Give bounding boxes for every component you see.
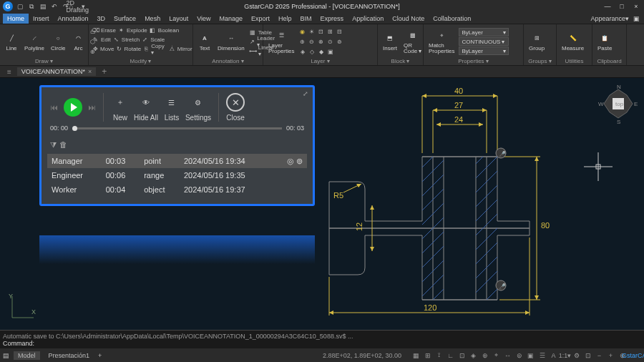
svg-text:🎤: 🎤 [499,283,506,290]
document-tab[interactable]: VOICEANNOTATION*× [17,67,96,76]
lists-button[interactable]: ☰Lists [162,93,181,122]
doc-tabs-menu-icon[interactable]: ≡ [4,68,14,76]
svg-text:E: E [634,101,638,107]
list-row[interactable]: Worker00:04object2024/05/16 19:37 [47,182,307,197]
tab-express[interactable]: Express [316,14,348,24]
tab-application[interactable]: Application [348,14,388,24]
new-annotation-button[interactable]: ＋New [111,93,130,122]
svg-text:80: 80 [541,221,550,230]
tab-layout[interactable]: Layout [165,14,192,24]
list-row[interactable]: Manager00:03point2024/05/16 19:34◎ ⊚ [47,154,307,168]
qrcode-button[interactable]: ▩QR Code ▾ [401,29,424,55]
expand-icon[interactable]: ⤢ [303,90,308,97]
svg-text:S: S [617,119,620,125]
workspace-dropdown[interactable]: ⌂ 2D Drafting ▾ [73,2,82,11]
tab-annotation[interactable]: Annotation [54,14,93,24]
layout-tab[interactable]: Presentación1 [44,351,94,360]
tab-export[interactable]: Export [247,14,274,24]
new-icon[interactable]: ▢ [16,2,24,11]
add-tab-button[interactable]: + [99,67,107,77]
polyline-button[interactable]: ⟋Polyline [22,31,47,52]
svg-text:120: 120 [424,303,436,312]
app-logo: G [3,1,13,11]
cursor-crosshair [584,152,613,181]
tab-surface[interactable]: Surface [109,14,140,24]
maximize-button[interactable]: □ [617,3,627,10]
panel-properties-label: Properties ▾ [426,57,520,65]
circle-button[interactable]: ○Circle [49,31,67,52]
prev-track-icon[interactable]: ⏮ [50,103,58,112]
command-history: Automatic save to C:\Users\Administrator… [3,333,641,340]
title-bar: G ▢ ⧉ ▤ ↶ ↷ ⌂ 2D Drafting ▾ GstarCAD 202… [0,0,644,13]
tab-bim[interactable]: BIM [296,14,316,24]
insert-block-button[interactable]: ⬒Insert [381,31,399,52]
appearance-dropdown[interactable]: Appearance▾ [590,15,629,22]
hide-all-button[interactable]: 👁Hide All [134,93,158,122]
tab-cloudnote[interactable]: Cloud Note [388,14,429,24]
coordinates-display: 2.88E+02, 1.89E+02, 30.00 [323,352,401,359]
play-button[interactable] [64,98,82,117]
panel-clipboard-label: Clipboard [595,57,623,65]
edit-icon[interactable]: ✎ [92,36,99,44]
drawing-canvas[interactable]: 40 27 24 80 12 120 R5 🎤 🎤 top N S [0,78,644,330]
add-layout-icon[interactable]: + [98,352,102,359]
panel-group-label: Groups ▾ [527,57,553,65]
move-icon[interactable]: ✥ [92,45,99,53]
panel-layer: ☰Layer Properties ◉☀⊡⊞⊟ ⊕⊖⊗⊙⊚ ◈◇◆▣ Layer… [263,24,378,65]
time-end: 00: 03 [286,124,304,132]
close-button[interactable]: × [631,3,641,10]
svg-line-27 [487,289,497,300]
layer-properties-button[interactable]: ☰Layer Properties [266,29,296,55]
tab-home[interactable]: Home [3,14,29,24]
tab-insert[interactable]: Insert [29,14,54,24]
time-start: 00: 00 [50,124,68,132]
open-icon[interactable]: ⧉ [27,2,36,11]
mic-marker-2[interactable]: 🎤 [496,280,506,290]
annotation-list: Manager00:03point2024/05/16 19:34◎ ⊚ Eng… [47,154,307,197]
close-tab-icon[interactable]: × [88,68,92,75]
ribbon-collapse-icon[interactable]: ▣ [633,15,640,22]
panel-draw: ╱Line ⟋Polyline ○Circle ◠Arc ▭ ⬡ ⊕ Draw … [0,24,89,65]
mic-marker-1[interactable]: 🎤 [496,148,506,158]
minimize-button[interactable]: — [602,3,613,10]
model-tab[interactable]: Model [14,351,40,360]
settings-button[interactable]: ⚙Settings [185,93,211,122]
quick-access-toolbar: ▢ ⧉ ▤ ↶ ↷ ⌂ 2D Drafting ▾ [16,2,82,11]
list-row[interactable]: Engineer00:06range2024/05/16 19:35 [47,168,307,182]
paste-button[interactable]: 📋Paste [595,31,614,52]
tab-mesh[interactable]: Mesh [140,14,165,24]
panel-layer-label: Layer ▾ [266,57,374,65]
line-button[interactable]: ╱Line [3,31,20,52]
measure-button[interactable]: 📏Measure [560,31,586,52]
tab-collaboration[interactable]: Collaboration [429,14,475,24]
text-button[interactable]: AText [196,31,213,52]
svg-text:24: 24 [454,115,463,124]
tab-help[interactable]: Help [274,14,296,24]
panel-block: ⬒Insert ▩QR Code ▾ Block ▾ [378,24,424,65]
svg-text:12: 12 [355,222,364,231]
undo-icon[interactable]: ↶ [50,2,59,11]
color-dropdown[interactable]: ByLayer▾ [459,28,509,36]
tab-3d[interactable]: 3D [93,14,110,24]
filter-icon[interactable]: ⧩ [50,140,57,150]
erase-icon[interactable]: ⌫ [92,26,99,34]
next-track-icon[interactable]: ⏭ [88,103,96,112]
lineweight-dropdown[interactable]: ByLayer▾ [459,47,509,55]
save-icon[interactable]: ▤ [39,2,47,11]
tab-manage[interactable]: Manage [215,14,248,24]
group-button[interactable]: ⊞Group [527,31,547,52]
svg-line-17 [476,157,483,164]
linetype-dropdown[interactable]: CONTINUOUS ▾ [459,37,509,46]
view-cube[interactable]: top N S E W [598,84,638,124]
command-prompt[interactable]: Command: [3,340,641,347]
layout-menu-icon[interactable]: ▤ [3,352,9,359]
match-properties-button[interactable]: ⌖Match Properties [426,29,457,55]
dimension-button[interactable]: ↔Dimension [215,31,247,52]
tab-view[interactable]: View [192,14,215,24]
seek-bar[interactable] [72,127,282,129]
command-line[interactable]: Automatic save to C:\Users\Administrator… [0,330,644,348]
delete-icon[interactable]: 🗑 [59,140,67,150]
arc-button[interactable]: ◠Arc [69,31,87,52]
panel-annotation-label: Annotation ▾ [196,57,260,65]
close-panel-button[interactable]: ✕Close [226,93,245,122]
